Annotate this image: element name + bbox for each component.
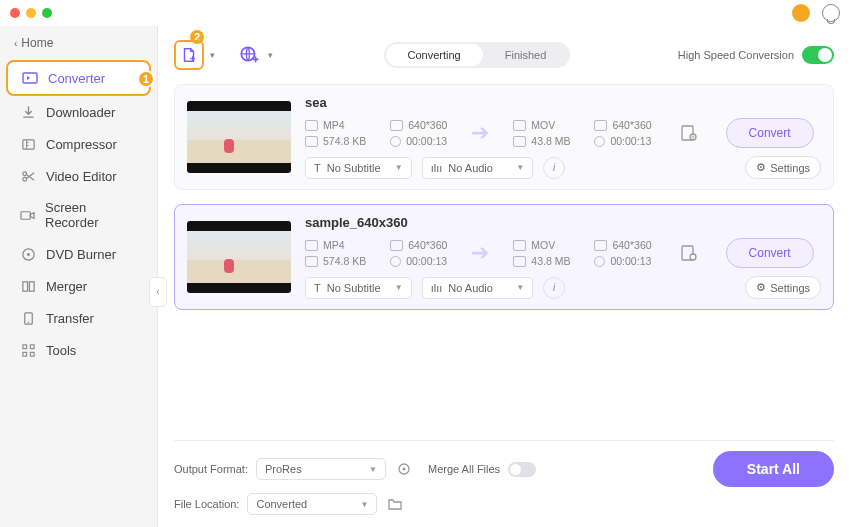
nav-back[interactable]: ‹ Home [0,36,157,60]
download-icon [20,104,36,120]
subtitle-select[interactable]: TNo Subtitle▼ [305,277,412,299]
high-speed-toggle[interactable] [802,46,834,64]
clock-icon [594,136,605,147]
file-name: sea [305,95,821,110]
clock-icon [390,136,401,147]
svg-rect-12 [30,344,34,348]
audio-select[interactable]: ılııNo Audio▼ [422,157,534,179]
sidebar-item-label: Converter [48,71,105,86]
arrow-right-icon: ➔ [471,120,489,146]
sidebar-item-label: Merger [46,279,87,294]
window-zoom-dot[interactable] [42,8,52,18]
resolution-icon [594,120,607,131]
item-settings-button[interactable]: ⚙Settings [745,156,821,179]
video-thumbnail[interactable] [187,221,291,293]
footer: Output Format: ProRes▼ Merge All Files S… [174,440,834,487]
dst-res: 640*360 [612,119,651,131]
output-settings-icon[interactable] [394,459,414,479]
clock-icon [390,256,401,267]
svg-point-6 [27,253,30,256]
merge-toggle[interactable] [508,462,536,477]
chevron-down-icon: ▼ [395,283,403,292]
tab-converting[interactable]: Converting [386,44,483,66]
edit-output-icon[interactable] [676,240,702,266]
support-headset-icon[interactable] [822,4,840,22]
svg-point-19 [690,254,696,260]
dst-size: 43.8 MB [531,255,570,267]
start-all-button[interactable]: Start All [713,451,834,487]
tab-finished[interactable]: Finished [483,44,569,66]
audio-waveform-icon: ılıı [431,282,443,294]
output-format-select[interactable]: ProRes▼ [256,458,386,480]
sidebar-item-converter[interactable]: Converter 1 [6,60,151,96]
user-avatar-icon[interactable] [792,4,810,22]
svg-point-3 [22,177,26,181]
audio-waveform-icon: ılıı [431,162,443,174]
src-size: 574.8 KB [323,255,366,267]
sidebar-item-compressor[interactable]: Compressor [6,128,151,160]
converter-icon [22,70,38,86]
arrow-right-icon: ➔ [471,240,489,266]
subtitle-select[interactable]: TNo Subtitle▼ [305,157,412,179]
file-card[interactable]: sea MP4 574.8 KB 640*360 00:00:13 ➔ MOV [174,84,834,190]
window-minimize-dot[interactable] [26,8,36,18]
sidebar-item-transfer[interactable]: Transfer [6,302,151,334]
add-url-button[interactable] [236,42,262,68]
add-url-dropdown[interactable]: ▾ [264,40,276,70]
sidebar-item-downloader[interactable]: Downloader [6,96,151,128]
add-file-button[interactable] [174,40,204,70]
src-format: MP4 [323,239,345,251]
folder-icon [513,256,526,267]
sidebar-item-video-editor[interactable]: Video Editor [6,160,151,192]
svg-rect-4 [21,211,30,219]
file-location-label: File Location: [174,498,239,510]
camera-icon [20,207,35,223]
edit-output-icon[interactable] [676,120,702,146]
sidebar-item-label: DVD Burner [46,247,116,262]
info-button[interactable]: i [543,157,565,179]
chevron-left-icon: ‹ [14,38,17,49]
video-thumbnail[interactable] [187,101,291,173]
file-location-select[interactable]: Converted▼ [247,493,377,515]
audio-select[interactable]: ılııNo Audio▼ [422,277,534,299]
callout-badge-1: 1 [137,70,155,88]
grid-icon [20,342,36,358]
dst-format: MOV [531,119,555,131]
chevron-down-icon: ▼ [369,465,377,474]
sidebar-item-tools[interactable]: Tools [6,334,151,366]
svg-rect-8 [29,281,34,290]
clock-icon [594,256,605,267]
sidebar-collapse-handle[interactable]: ‹ [149,277,167,307]
convert-button[interactable]: Convert [726,238,814,268]
nav-back-label: Home [21,36,53,50]
src-size: 574.8 KB [323,135,366,147]
video-format-icon [305,240,318,251]
item-settings-button[interactable]: ⚙Settings [745,276,821,299]
disc-icon [20,246,36,262]
window-close-dot[interactable] [10,8,20,18]
open-folder-icon[interactable] [385,494,405,514]
src-format: MP4 [323,119,345,131]
high-speed-label: High Speed Conversion [678,49,794,61]
info-button[interactable]: i [543,277,565,299]
sidebar-item-screen-recorder[interactable]: Screen Recorder [6,192,151,238]
svg-point-2 [22,171,26,175]
sidebar-item-label: Screen Recorder [45,200,137,230]
sidebar-item-label: Transfer [46,311,94,326]
resolution-icon [390,240,403,251]
sidebar-item-merger[interactable]: Merger [6,270,151,302]
svg-rect-14 [30,352,34,356]
add-file-dropdown[interactable]: ▾ [206,40,218,70]
convert-button[interactable]: Convert [726,118,814,148]
sidebar-item-label: Compressor [46,137,117,152]
subtitle-icon: T [314,162,321,174]
sidebar-item-dvd-burner[interactable]: DVD Burner [6,238,151,270]
dst-dur: 00:00:13 [610,255,651,267]
file-card[interactable]: sample_640x360 MP4 574.8 KB 640*360 00:0… [174,204,834,310]
dst-res: 640*360 [612,239,651,251]
svg-point-21 [402,468,405,471]
chevron-down-icon: ▼ [361,500,369,509]
dst-dur: 00:00:13 [610,135,651,147]
transfer-icon [20,310,36,326]
sidebar-item-label: Video Editor [46,169,117,184]
